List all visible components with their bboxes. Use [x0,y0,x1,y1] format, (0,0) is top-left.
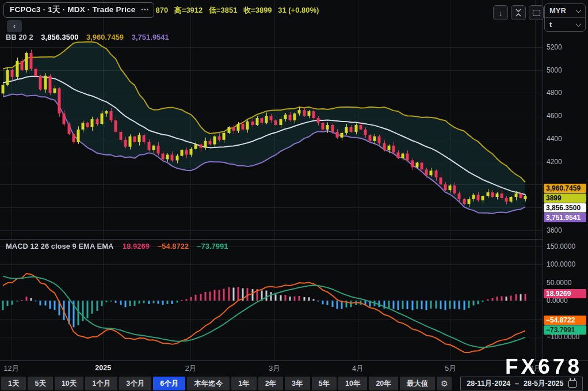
time-label-12月: 12月 [4,364,19,374]
date-range-picker[interactable]: 28-11月-2024 – 28-5月-2025 [460,377,582,390]
macd-line-value: −54.8722 [158,242,189,250]
range-button-10天[interactable]: 10天 [55,377,83,390]
time-label-2025: 2025 [95,364,111,372]
chevron-down-icon [576,7,582,13]
date-to: 28-5月-2025 [524,379,564,389]
time-label-6月: 6月 [529,364,540,374]
date-from: 28-11月-2024 [467,379,510,389]
macd-tick-50: 50.0000 [547,279,571,287]
price-tick-4400: 4400 [547,135,562,143]
range-button-10年[interactable]: 10年 [338,377,367,390]
bb-name: BB 20 2 [6,33,33,41]
range-button-5天[interactable]: 5天 [28,377,52,390]
currency-dropdown[interactable]: MYR [545,4,585,17]
price-tick-4200: 4200 [547,158,562,166]
price-tick-5200: 5200 [547,43,562,51]
bb-basis-price-label: 3,856.3500 [544,203,586,212]
unit-label: t [549,20,552,29]
low-value: 低=3851 [209,6,238,14]
ohlc-values: 870 高=3912 低=3851 收=3899 31 (+0.80%) [155,5,323,16]
back-button[interactable]: ‹ [7,20,22,32]
range-button-1天[interactable]: 1天 [1,377,26,390]
chart-canvas[interactable] [0,0,543,360]
macd-signal-value: −73.7991 [197,242,228,250]
trading-chart-window: FCPOc3 · 1天 · MDX · Trade Price ••• 870 … [0,0,588,391]
price-tick-4800: 4800 [547,89,562,97]
high-value: 高=3912 [174,6,203,14]
bb-basis-value: 3,856.3500 [41,33,78,41]
chart-settings-button[interactable]: ⚙ [437,377,452,390]
time-label-3月: 3月 [269,364,280,374]
range-button-6个月[interactable]: 6个月 [153,377,185,390]
pane-divider[interactable] [0,239,588,240]
move-pane-down-icon[interactable]: ↓ [493,5,508,20]
currency-unit-box: MYR t [544,3,586,32]
price-tick-5000: 5000 [547,66,562,74]
time-axis[interactable]: 12月20252月3月4月5月6月 [0,361,588,375]
price-axis[interactable]: MYR t 5200500048004600440042003600150.00… [543,0,588,360]
macd-tick-100: 100.0000 [547,260,575,268]
range-button-2年[interactable]: 2年 [258,377,283,390]
chart-legend-row: FCPOc3 · 1天 · MDX · Trade Price ••• 870 … [3,2,323,18]
range-button-最大值[interactable]: 最大值 [400,377,436,390]
price-tick-4600: 4600 [547,112,562,120]
range-button-1年[interactable]: 1年 [231,377,256,390]
last-price-label: 3899 [544,193,586,203]
chevron-down-icon [576,21,582,26]
macd-legend[interactable]: MACD 12 26 close 9 EMA EMA 18.9269 −54.8… [6,242,228,250]
more-options-icon[interactable]: ••• [142,7,150,13]
pane-buttons: ↓ [493,5,544,20]
bb-upper-value: 3,960.7459 [86,33,124,41]
range-button-20年[interactable]: 20年 [369,377,398,390]
macd-signal-label: −73.7991 [544,325,586,335]
range-button-3个月[interactable]: 3个月 [119,377,151,390]
time-label-4月: 4月 [352,364,363,374]
date-separator: – [515,379,519,388]
time-label-2月: 2月 [185,364,196,374]
open-value-partial: 870 [155,6,168,14]
macd-line-label: −54.8722 [544,316,586,325]
unit-dropdown[interactable]: t [545,17,585,31]
macd-hist-value: 18.9269 [123,242,150,250]
maximize-pane-icon[interactable] [529,5,544,20]
bb-lower-price-label: 3,751.9541 [544,213,586,222]
gear-icon: ⚙ [441,379,448,388]
bb-upper-price-label: 3,960.7459 [544,184,586,193]
range-button-3年[interactable]: 3年 [285,377,310,390]
bb-lower-value: 3,751.9541 [132,33,169,41]
macd-hist-label: 18.9269 [544,289,586,298]
symbol-title: FCPOc3 · 1天 · MDX · Trade Price [10,5,136,15]
calendar-icon [568,380,576,388]
collapse-pane-icon[interactable] [511,5,526,20]
price-tick-3600: 3600 [547,226,562,234]
change-value: 31 (+0.80%) [278,6,319,14]
bollinger-legend[interactable]: BB 20 2 3,856.3500 3,960.7459 3,751.9541 [6,33,169,41]
currency-label: MYR [549,6,566,15]
range-button-5年[interactable]: 5年 [312,377,337,390]
range-toolbar: 1天5天10天1个月3个月6个月本年迄今1年2年3年5年10年20年最大值 ⚙ … [1,376,588,391]
macd-name: MACD 12 26 close 9 EMA EMA [6,242,113,250]
range-button-本年迄今[interactable]: 本年迄今 [187,377,230,390]
close-value: 收=3899 [243,6,272,14]
range-button-1个月[interactable]: 1个月 [85,377,117,390]
time-label-5月: 5月 [445,364,456,374]
macd-tick-150: 150.0000 [547,242,575,250]
symbol-legend-box[interactable]: FCPOc3 · 1天 · MDX · Trade Price ••• [3,2,154,18]
